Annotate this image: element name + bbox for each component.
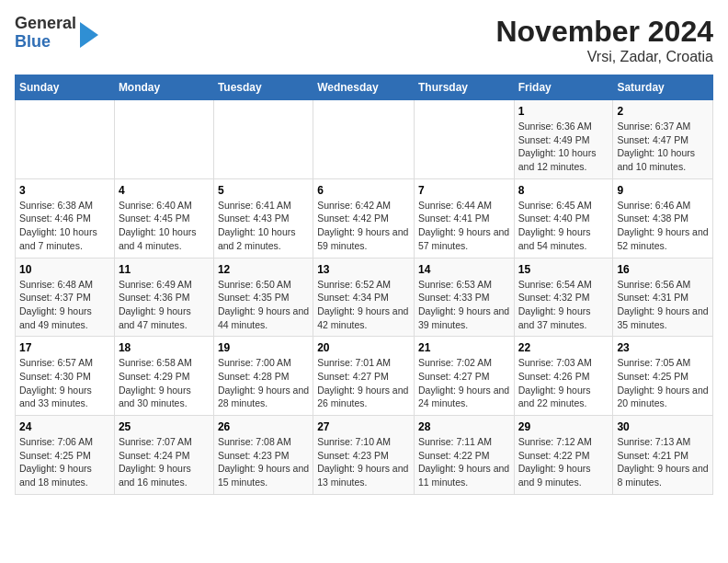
calendar-cell: 8Sunrise: 6:45 AM Sunset: 4:40 PM Daylig… [514,178,613,258]
day-number: 25 [119,420,210,433]
day-info: Sunrise: 6:38 AM Sunset: 4:46 PM Dayligh… [19,199,110,253]
calendar-body: 1Sunrise: 6:36 AM Sunset: 4:49 PM Daylig… [16,100,713,495]
calendar-day-header: Wednesday [313,75,415,100]
day-info: Sunrise: 6:46 AM Sunset: 4:38 PM Dayligh… [617,199,709,253]
day-number: 11 [119,263,210,276]
calendar-cell: 1Sunrise: 6:36 AM Sunset: 4:49 PM Daylig… [514,100,613,179]
day-info: Sunrise: 6:45 AM Sunset: 4:40 PM Dayligh… [518,199,609,253]
calendar-cell: 4Sunrise: 6:40 AM Sunset: 4:45 PM Daylig… [114,178,213,258]
day-number: 17 [19,341,110,354]
day-info: Sunrise: 7:00 AM Sunset: 4:28 PM Dayligh… [218,356,309,410]
day-info: Sunrise: 6:44 AM Sunset: 4:41 PM Dayligh… [418,199,510,253]
day-info: Sunrise: 6:52 AM Sunset: 4:34 PM Dayligh… [317,278,410,332]
calendar-day-header: Tuesday [213,75,313,100]
calendar-cell: 15Sunrise: 6:54 AM Sunset: 4:32 PM Dayli… [514,258,613,337]
day-info: Sunrise: 6:54 AM Sunset: 4:32 PM Dayligh… [518,278,609,332]
calendar-cell: 19Sunrise: 7:00 AM Sunset: 4:28 PM Dayli… [213,337,313,416]
calendar-cell: 22Sunrise: 7:03 AM Sunset: 4:26 PM Dayli… [514,337,613,416]
calendar-cell: 11Sunrise: 6:49 AM Sunset: 4:36 PM Dayli… [114,258,213,337]
day-number: 14 [418,263,510,276]
calendar-cell: 13Sunrise: 6:52 AM Sunset: 4:34 PM Dayli… [313,258,415,337]
day-number: 13 [317,263,410,276]
day-number: 26 [218,420,309,433]
day-number: 15 [518,263,609,276]
page-header: General Blue November 2024 Vrsi, Zadar, … [15,15,713,65]
day-info: Sunrise: 6:56 AM Sunset: 4:31 PM Dayligh… [617,278,709,332]
calendar-day-header: Sunday [16,75,115,100]
calendar-week-row: 24Sunrise: 7:06 AM Sunset: 4:25 PM Dayli… [16,416,713,495]
day-info: Sunrise: 7:06 AM Sunset: 4:25 PM Dayligh… [19,435,110,489]
day-info: Sunrise: 6:36 AM Sunset: 4:49 PM Dayligh… [518,120,609,174]
calendar-cell: 27Sunrise: 7:10 AM Sunset: 4:23 PM Dayli… [313,416,415,495]
day-info: Sunrise: 6:53 AM Sunset: 4:33 PM Dayligh… [418,278,510,332]
calendar-day-header: Friday [514,75,613,100]
day-info: Sunrise: 7:07 AM Sunset: 4:24 PM Dayligh… [119,435,210,489]
calendar-cell: 2Sunrise: 6:37 AM Sunset: 4:47 PM Daylig… [613,100,713,179]
day-number: 30 [617,420,709,433]
logo-blue: Blue [15,33,76,52]
calendar-cell: 29Sunrise: 7:12 AM Sunset: 4:22 PM Dayli… [514,416,613,495]
day-info: Sunrise: 6:49 AM Sunset: 4:36 PM Dayligh… [119,278,210,332]
calendar-cell: 28Sunrise: 7:11 AM Sunset: 4:22 PM Dayli… [414,416,514,495]
day-info: Sunrise: 6:40 AM Sunset: 4:45 PM Dayligh… [119,199,210,253]
page-title: November 2024 [495,15,713,49]
day-number: 4 [119,184,210,197]
day-info: Sunrise: 6:42 AM Sunset: 4:42 PM Dayligh… [317,199,410,253]
calendar-cell: 12Sunrise: 6:50 AM Sunset: 4:35 PM Dayli… [213,258,313,337]
logo-text: General Blue [15,15,76,52]
logo-general: General [15,15,76,33]
day-number: 12 [218,263,309,276]
day-info: Sunrise: 6:48 AM Sunset: 4:37 PM Dayligh… [19,278,110,332]
calendar-cell: 30Sunrise: 7:13 AM Sunset: 4:21 PM Dayli… [613,416,713,495]
day-number: 16 [617,263,709,276]
calendar-day-header: Thursday [414,75,514,100]
day-number: 3 [19,184,110,197]
calendar-cell: 7Sunrise: 6:44 AM Sunset: 4:41 PM Daylig… [414,178,514,258]
calendar-week-row: 1Sunrise: 6:36 AM Sunset: 4:49 PM Daylig… [16,100,713,179]
title-block: November 2024 Vrsi, Zadar, Croatia [495,15,713,65]
day-number: 10 [19,263,110,276]
calendar-cell: 14Sunrise: 6:53 AM Sunset: 4:33 PM Dayli… [414,258,514,337]
day-number: 24 [19,420,110,433]
calendar-cell [213,100,313,179]
calendar-week-row: 17Sunrise: 6:57 AM Sunset: 4:30 PM Dayli… [16,337,713,416]
calendar-day-header: Saturday [613,75,713,100]
day-number: 6 [317,184,410,197]
calendar-cell [16,100,115,179]
day-info: Sunrise: 6:37 AM Sunset: 4:47 PM Dayligh… [617,120,709,174]
day-number: 9 [617,184,709,197]
day-number: 21 [418,341,510,354]
day-info: Sunrise: 7:05 AM Sunset: 4:25 PM Dayligh… [617,356,709,410]
calendar-cell [414,100,514,179]
day-number: 7 [418,184,510,197]
calendar-week-row: 10Sunrise: 6:48 AM Sunset: 4:37 PM Dayli… [16,258,713,337]
day-number: 27 [317,420,410,433]
calendar-cell: 17Sunrise: 6:57 AM Sunset: 4:30 PM Dayli… [16,337,115,416]
day-number: 23 [617,341,709,354]
day-info: Sunrise: 7:12 AM Sunset: 4:22 PM Dayligh… [518,435,609,489]
calendar-cell: 16Sunrise: 6:56 AM Sunset: 4:31 PM Dayli… [613,258,713,337]
day-number: 28 [418,420,510,433]
day-number: 8 [518,184,609,197]
calendar-cell: 21Sunrise: 7:02 AM Sunset: 4:27 PM Dayli… [414,337,514,416]
day-number: 2 [617,105,709,118]
calendar-table: SundayMondayTuesdayWednesdayThursdayFrid… [15,75,713,495]
day-info: Sunrise: 7:11 AM Sunset: 4:22 PM Dayligh… [418,435,510,489]
day-info: Sunrise: 7:01 AM Sunset: 4:27 PM Dayligh… [317,356,410,410]
calendar-cell: 23Sunrise: 7:05 AM Sunset: 4:25 PM Dayli… [613,337,713,416]
calendar-cell: 26Sunrise: 7:08 AM Sunset: 4:23 PM Dayli… [213,416,313,495]
day-info: Sunrise: 7:13 AM Sunset: 4:21 PM Dayligh… [617,435,709,489]
calendar-cell: 18Sunrise: 6:58 AM Sunset: 4:29 PM Dayli… [114,337,213,416]
calendar-header: SundayMondayTuesdayWednesdayThursdayFrid… [16,75,713,100]
day-number: 18 [119,341,210,354]
calendar-week-row: 3Sunrise: 6:38 AM Sunset: 4:46 PM Daylig… [16,178,713,258]
calendar-day-header: Monday [114,75,213,100]
day-number: 19 [218,341,309,354]
calendar-cell: 25Sunrise: 7:07 AM Sunset: 4:24 PM Dayli… [114,416,213,495]
calendar-cell: 24Sunrise: 7:06 AM Sunset: 4:25 PM Dayli… [16,416,115,495]
calendar-cell: 6Sunrise: 6:42 AM Sunset: 4:42 PM Daylig… [313,178,415,258]
day-number: 5 [218,184,309,197]
calendar-cell [114,100,213,179]
day-number: 22 [518,341,609,354]
calendar-cell [313,100,415,179]
